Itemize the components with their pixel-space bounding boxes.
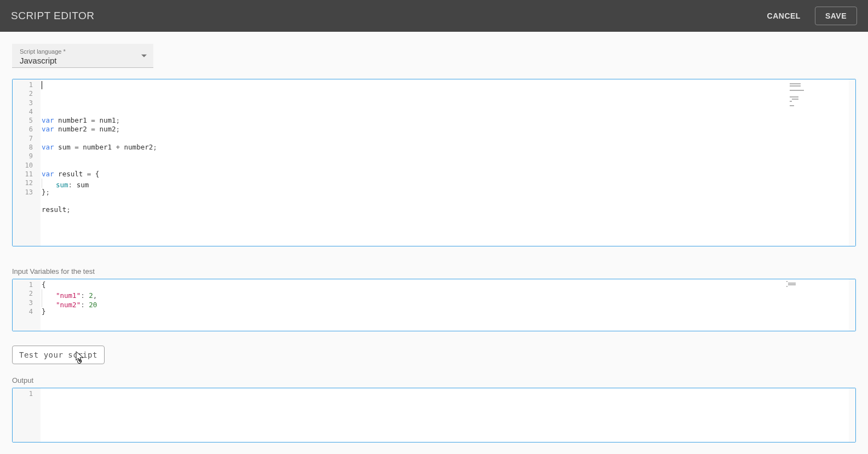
editor-scrollbar[interactable] xyxy=(849,388,855,442)
text-cursor xyxy=(42,81,42,89)
test-script-button[interactable]: Test your script xyxy=(12,346,105,364)
page-title: SCRIPT EDITOR xyxy=(11,10,758,22)
output-label: Output xyxy=(12,376,856,384)
cancel-button[interactable]: CANCEL xyxy=(758,7,809,25)
editor-gutter: 1 xyxy=(13,388,41,442)
script-language-select[interactable]: Script language * Javascript xyxy=(12,44,153,68)
editor-code-area xyxy=(41,388,855,442)
editor-code-area[interactable]: {"num1": 2,"num2": 20} xyxy=(41,279,855,331)
script-editor[interactable]: 12345678910111213 var number1 = num1;var… xyxy=(12,79,856,246)
editor-gutter: 12345678910111213 xyxy=(13,79,41,246)
editor-scrollbar[interactable] xyxy=(849,279,855,331)
script-language-value: Javascript xyxy=(20,55,148,65)
input-variables-editor[interactable]: 1234 {"num1": 2,"num2": 20} xyxy=(12,279,856,331)
editor-gutter: 1234 xyxy=(13,279,41,331)
output-editor: 1 xyxy=(12,388,856,442)
chevron-down-icon xyxy=(141,54,147,57)
editor-code-area[interactable]: var number1 = num1;var number2 = num2;va… xyxy=(41,79,855,246)
header: SCRIPT EDITOR CANCEL SAVE xyxy=(0,0,868,32)
save-button[interactable]: SAVE xyxy=(815,7,857,25)
input-variables-label: Input Variables for the test xyxy=(12,267,856,275)
editor-scrollbar[interactable] xyxy=(849,79,855,246)
script-language-label: Script language * xyxy=(20,48,148,55)
